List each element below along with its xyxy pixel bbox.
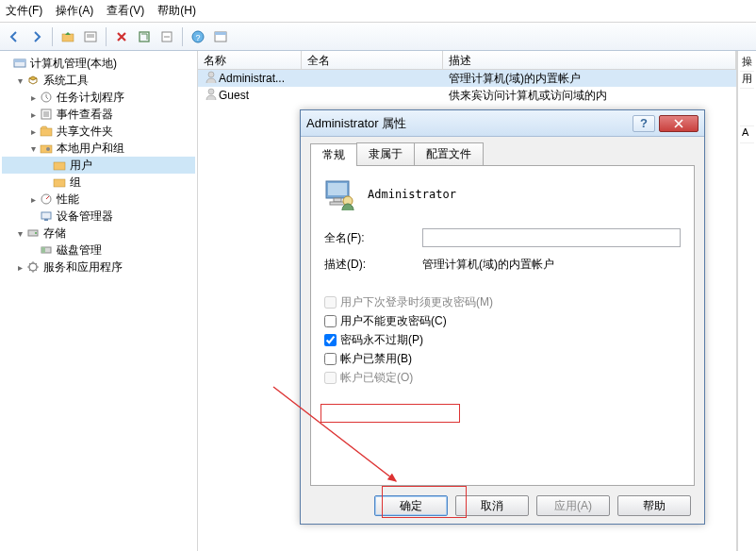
user-large-icon bbox=[324, 177, 356, 211]
tree-systools-label: 系统工具 bbox=[43, 73, 89, 89]
list-row[interactable]: Administrat... 管理计算机(域)的内置帐户 bbox=[198, 70, 736, 87]
svg-rect-31 bbox=[334, 198, 341, 202]
tree-root[interactable]: 计算机管理(本地) bbox=[2, 55, 195, 72]
username-display: Administrator bbox=[368, 188, 456, 201]
chk-disabled[interactable]: 帐户已禁用(B) bbox=[324, 351, 681, 367]
dialog-help-button[interactable]: ? bbox=[633, 115, 655, 132]
menu-bar: 文件(F) 操作(A) 查看(V) 帮助(H) bbox=[0, 0, 756, 23]
fullname-label: 全名(F): bbox=[324, 230, 422, 246]
desc-value: 管理计算机(域)的内置帐户 bbox=[422, 257, 681, 273]
tab-general[interactable]: 常规 bbox=[310, 143, 357, 166]
svg-rect-0 bbox=[62, 34, 74, 42]
action-label[interactable]: 操 bbox=[740, 55, 754, 72]
chk-cannotchange[interactable]: 用户不能更改密码(C) bbox=[324, 313, 681, 329]
tree-localusers-label: 本地用户和组 bbox=[57, 141, 124, 157]
help-button[interactable]: ? bbox=[188, 26, 208, 47]
menu-help[interactable]: 帮助(H) bbox=[157, 3, 196, 19]
col-fullname[interactable]: 全名 bbox=[302, 51, 443, 69]
action-label[interactable]: A bbox=[740, 126, 754, 143]
tree-groups-label: 组 bbox=[70, 175, 81, 191]
tree-perf[interactable]: ▸性能 bbox=[2, 191, 195, 208]
dialog-titlebar[interactable]: Administrator 属性 ? bbox=[301, 110, 704, 137]
chk-locked-label: 帐户已锁定(O) bbox=[340, 370, 413, 386]
tab-memberof[interactable]: 隶属于 bbox=[356, 142, 415, 165]
svg-rect-20 bbox=[41, 212, 51, 219]
svg-rect-18 bbox=[54, 179, 65, 187]
tree-devmgr-label: 设备管理器 bbox=[57, 209, 113, 225]
svg-rect-21 bbox=[44, 219, 48, 221]
row-desc: 管理计算机(域)的内置帐户 bbox=[443, 71, 736, 87]
cancel-button[interactable]: 取消 bbox=[455, 495, 529, 516]
row-name: Administrat... bbox=[219, 72, 285, 85]
tree-users-label: 用户 bbox=[70, 158, 92, 174]
toolbar: ? bbox=[0, 23, 756, 51]
nav-tree[interactable]: 计算机管理(本地) ▾系统工具 ▸任务计划程序 ▸事件查看器 ▸共享文件夹 ▾本… bbox=[0, 51, 198, 551]
back-button[interactable] bbox=[4, 26, 25, 47]
tree-services-label: 服务和应用程序 bbox=[43, 259, 123, 276]
menu-action[interactable]: 操作(A) bbox=[56, 3, 93, 19]
tree-systools[interactable]: ▾系统工具 bbox=[2, 72, 195, 89]
tree-users[interactable]: 用户 bbox=[2, 157, 195, 174]
dialog-title: Administrator 属性 bbox=[306, 115, 406, 132]
list-row[interactable]: Guest 供来宾访问计算机或访问域的内 bbox=[198, 87, 736, 104]
col-name[interactable]: 名称 bbox=[198, 51, 302, 69]
highlight-disabled-checkbox bbox=[320, 404, 460, 423]
help-button[interactable]: 帮助 bbox=[617, 495, 691, 516]
tree-sharedfolders[interactable]: ▸共享文件夹 bbox=[2, 123, 195, 140]
user-icon bbox=[204, 70, 219, 88]
tree-root-label: 计算机管理(本地) bbox=[30, 56, 117, 72]
tab-page-general: Administrator 全名(F): 描述(D): 管理计算机(域)的内置帐… bbox=[310, 165, 695, 486]
tree-storage[interactable]: ▾存储 bbox=[2, 225, 195, 242]
tree-diskmgmt-label: 磁盘管理 bbox=[57, 242, 102, 259]
row-name: Guest bbox=[219, 89, 249, 102]
apply-button[interactable]: 应用(A) bbox=[536, 495, 610, 516]
chk-disabled-label: 帐户已禁用(B) bbox=[340, 351, 412, 367]
fullname-input[interactable] bbox=[422, 228, 681, 247]
tree-tasksched[interactable]: ▸任务计划程序 bbox=[2, 89, 195, 106]
tree-groups[interactable]: 组 bbox=[2, 174, 195, 191]
action-pane: 操 用 A bbox=[737, 51, 756, 551]
svg-point-28 bbox=[208, 89, 214, 94]
up-button[interactable] bbox=[58, 26, 78, 47]
view-button[interactable] bbox=[210, 26, 231, 47]
forward-button[interactable] bbox=[26, 26, 47, 47]
delete-button[interactable] bbox=[111, 26, 132, 47]
properties-dialog: Administrator 属性 ? 常规 隶属于 配置文件 Administr… bbox=[300, 109, 705, 525]
tree-services[interactable]: ▸服务和应用程序 bbox=[2, 259, 195, 276]
menu-file[interactable]: 文件(F) bbox=[6, 3, 42, 19]
dialog-buttons: 确定 取消 应用(A) 帮助 bbox=[310, 486, 695, 516]
close-icon[interactable] bbox=[659, 115, 698, 132]
svg-rect-30 bbox=[328, 183, 347, 195]
svg-rect-25 bbox=[41, 247, 45, 253]
chk-neverexpire-label: 密码永不过期(P) bbox=[340, 332, 423, 348]
tree-devmgr[interactable]: 设备管理器 bbox=[2, 208, 195, 225]
tree-perf-label: 性能 bbox=[57, 192, 79, 208]
ok-button[interactable]: 确定 bbox=[374, 495, 448, 516]
tree-eventviewer-label: 事件查看器 bbox=[57, 107, 113, 123]
tree-eventviewer[interactable]: ▸事件查看器 bbox=[2, 106, 195, 123]
tree-localusers[interactable]: ▾本地用户和组 bbox=[2, 140, 195, 157]
tab-profile[interactable]: 配置文件 bbox=[414, 142, 484, 165]
tree-diskmgmt[interactable]: 磁盘管理 bbox=[2, 242, 195, 259]
svg-rect-14 bbox=[41, 128, 52, 136]
list-header: 名称 全名 描述 bbox=[198, 51, 736, 70]
row-desc: 供来宾访问计算机或访问域的内 bbox=[443, 88, 736, 104]
svg-rect-32 bbox=[330, 202, 345, 205]
svg-rect-11 bbox=[14, 59, 25, 62]
chk-neverexpire[interactable]: 密码永不过期(P) bbox=[324, 332, 681, 348]
svg-point-23 bbox=[35, 232, 37, 234]
chk-mustchange[interactable]: 用户下次登录时须更改密码(M) bbox=[324, 294, 681, 310]
col-desc[interactable]: 描述 bbox=[443, 51, 736, 69]
action-label[interactable]: 用 bbox=[740, 72, 754, 89]
refresh-button[interactable] bbox=[134, 26, 155, 47]
svg-rect-9 bbox=[215, 32, 226, 35]
tree-tasksched-label: 任务计划程序 bbox=[57, 90, 124, 106]
menu-view[interactable]: 查看(V) bbox=[107, 3, 144, 19]
desc-label: 描述(D): bbox=[324, 257, 422, 273]
chk-locked[interactable]: 帐户已锁定(O) bbox=[324, 370, 681, 386]
export-button[interactable] bbox=[156, 26, 177, 47]
tree-sharedfolders-label: 共享文件夹 bbox=[57, 124, 113, 140]
properties-button[interactable] bbox=[80, 26, 101, 47]
chk-cannotchange-label: 用户不能更改密码(C) bbox=[340, 313, 447, 329]
svg-text:?: ? bbox=[195, 33, 200, 42]
